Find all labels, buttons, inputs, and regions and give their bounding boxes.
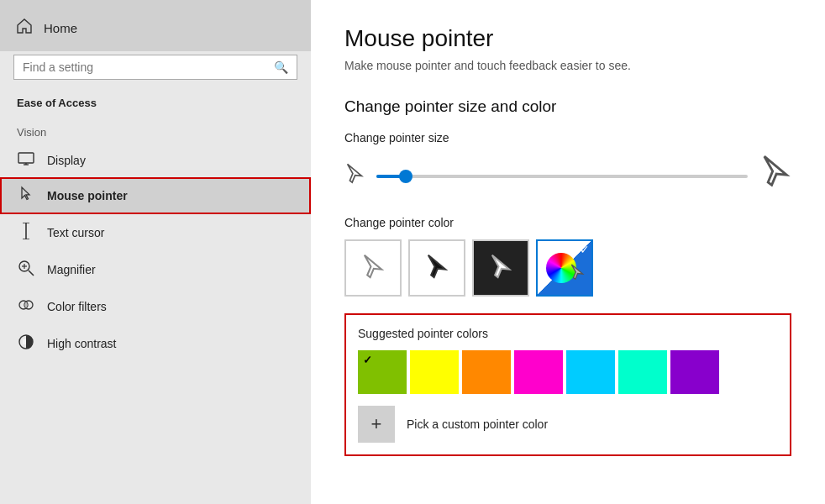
sidebar: Home 🔍 Ease of Access Vision Display (0, 0, 311, 504)
sidebar-item-display-label: Display (47, 154, 86, 167)
cursor-small-icon (344, 163, 365, 190)
svg-rect-0 (18, 153, 34, 163)
sidebar-item-high-contrast[interactable]: High contrast (0, 325, 311, 362)
cursor-large-icon (759, 155, 791, 197)
color-option-white[interactable] (344, 239, 402, 297)
color-swatches: ✓ (358, 350, 778, 394)
suggested-title: Suggested pointer colors (358, 327, 778, 340)
pointer-size-slider[interactable] (376, 175, 748, 178)
sidebar-item-magnifier[interactable]: Magnifier (0, 251, 311, 288)
color-filters-icon (17, 297, 35, 317)
mouse-pointer-icon (17, 186, 35, 206)
color-options: ✓ (344, 239, 791, 297)
page-title: Mouse pointer (344, 25, 791, 52)
selected-checkmark: ✓ (580, 243, 590, 256)
color-option-inverted[interactable] (472, 239, 529, 297)
home-icon (17, 18, 32, 38)
home-label: Home (44, 21, 77, 35)
suggested-colors-box: Suggested pointer colors ✓ + Pick a cust… (344, 313, 791, 456)
sidebar-item-text-cursor-label: Text cursor (47, 226, 104, 239)
swatch-2[interactable] (410, 350, 459, 394)
sidebar-item-mouse-pointer[interactable]: Mouse pointer (0, 177, 311, 214)
custom-cursor-icon (570, 264, 585, 286)
size-label: Change pointer size (344, 131, 791, 144)
sidebar-item-high-contrast-label: High contrast (47, 337, 116, 350)
text-cursor-icon (17, 223, 35, 243)
search-icon[interactable]: 🔍 (274, 60, 288, 74)
sidebar-item-color-filters[interactable]: Color filters (0, 288, 311, 325)
color-label: Change pointer color (344, 216, 791, 229)
swatch-4[interactable] (514, 350, 563, 394)
section-title: Change pointer size and color (344, 97, 791, 116)
swatch-1[interactable]: ✓ (358, 350, 407, 394)
svg-line-7 (29, 270, 34, 276)
sidebar-item-mouse-pointer-label: Mouse pointer (47, 189, 128, 202)
main-content: Mouse pointer Make mouse pointer and tou… (311, 0, 825, 504)
pointer-size-slider-row (344, 155, 791, 197)
add-custom-color-button[interactable]: + (358, 406, 395, 443)
sidebar-category-label: Vision (0, 118, 311, 144)
high-contrast-icon (17, 333, 35, 354)
white-cursor-preview (346, 241, 400, 295)
swatch-1-check: ✓ (363, 354, 372, 366)
color-option-black[interactable] (408, 239, 465, 297)
swatch-7[interactable] (670, 350, 719, 394)
search-input[interactable] (23, 60, 274, 74)
custom-cursor-preview: ✓ (538, 241, 591, 295)
sidebar-scroll: Vision Display Mouse pointer (0, 118, 311, 504)
color-option-custom[interactable]: ✓ (536, 239, 593, 297)
sidebar-home-button[interactable]: Home (0, 0, 311, 51)
custom-color-label: Pick a custom pointer color (407, 417, 548, 431)
inverted-cursor-preview (474, 241, 528, 295)
swatch-6[interactable] (618, 350, 667, 394)
sidebar-item-magnifier-label: Magnifier (47, 263, 96, 276)
sidebar-item-color-filters-label: Color filters (47, 300, 107, 313)
page-subtitle: Make mouse pointer and touch feedback ea… (344, 59, 791, 72)
slider-thumb[interactable] (399, 170, 412, 183)
search-box[interactable]: 🔍 (13, 55, 297, 80)
custom-color-row: + Pick a custom pointer color (358, 406, 778, 443)
sidebar-section-label: Ease of Access (0, 93, 311, 118)
sidebar-item-display[interactable]: Display (0, 144, 311, 177)
magnifier-icon (17, 260, 35, 280)
swatch-5[interactable] (566, 350, 615, 394)
swatch-3[interactable] (462, 350, 511, 394)
sidebar-item-text-cursor[interactable]: Text cursor (0, 214, 311, 251)
black-cursor-preview (410, 241, 464, 295)
display-icon (17, 152, 35, 169)
